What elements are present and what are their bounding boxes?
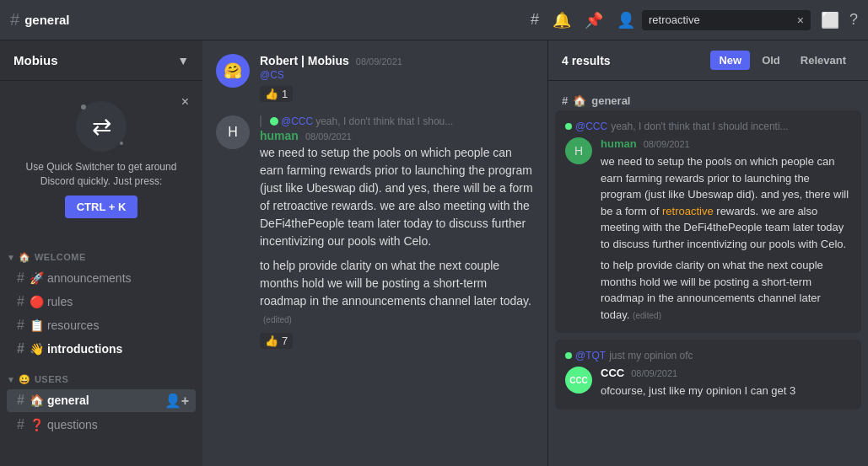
search-clear-icon[interactable]: ×: [797, 13, 804, 27]
reaction-emoji: 👍: [265, 88, 278, 100]
reply-at: @CCC: [575, 121, 607, 132]
reaction-count: 1: [282, 88, 288, 100]
filter-new[interactable]: New: [710, 51, 750, 70]
highlight-retroactive: retroactive: [662, 205, 714, 217]
sidebar-item-rules[interactable]: # 🔴 rules: [7, 291, 196, 313]
search-panel: 4 results New Old Relevant # 🏠 general @…: [547, 40, 868, 466]
threads-icon[interactable]: #: [531, 11, 539, 29]
server-header[interactable]: Mobius ▼: [0, 40, 202, 81]
search-input[interactable]: [649, 13, 797, 26]
result-item-2[interactable]: @TQT just my opinion ofc CCC CCC 08/09/2…: [555, 340, 861, 410]
msg-text-human: we need to setup the pools on which peop…: [260, 144, 534, 250]
display-icon[interactable]: ⬜: [821, 11, 839, 29]
add-channel-icon[interactable]: 👤+: [164, 393, 189, 409]
help-icon[interactable]: ?: [849, 11, 858, 29]
close-icon[interactable]: ×: [181, 94, 189, 110]
filter-old[interactable]: Old: [753, 51, 789, 70]
search-box[interactable]: ×: [642, 10, 811, 30]
green-dot: [270, 117, 278, 126]
reply-preview-text: yeah, I don't think that I should incent…: [611, 121, 788, 132]
channel-label: rules: [47, 295, 73, 308]
result-reply-preview-1: @CCC yeah, I don't think that I should i…: [565, 121, 851, 132]
hash-icon: #: [17, 270, 24, 286]
dot-br: [120, 142, 123, 145]
reply-at2: @TQT: [575, 350, 606, 362]
filter-relevant[interactable]: Relevant: [792, 51, 855, 70]
channel-name-top: general: [24, 13, 531, 27]
top-icons: # 🔔 📌 👤: [531, 11, 635, 29]
channel-label: introductions: [47, 342, 122, 356]
result-header-1: human 08/09/2021: [601, 137, 851, 150]
switcher-text: Use Quick Switcher to get around Discord…: [20, 160, 182, 189]
hash-icon: #: [17, 417, 24, 432]
arrows-icon: ⇄: [92, 113, 111, 141]
channel-label: questions: [47, 418, 98, 431]
channel-label: announcements: [47, 271, 132, 285]
results-count: 4 results: [562, 54, 611, 67]
avatar-human: H: [216, 115, 250, 149]
reaction-human[interactable]: 👍 7: [260, 333, 293, 349]
result-channel-emoji: 🏠: [573, 94, 586, 107]
channel-emoji: 👋: [30, 342, 44, 356]
reply-text: yeah, I don't think that I shou...: [315, 115, 453, 127]
sidebar-item-resources[interactable]: # 📋 resources: [7, 314, 196, 336]
edited-label: (edited): [263, 315, 292, 324]
hash-icon: #: [17, 341, 24, 356]
result-author-1: human: [601, 137, 637, 150]
section-chevron-welcome: ▼: [7, 253, 15, 262]
result-channel-name: general: [591, 94, 630, 107]
avatar-robert: 🤗: [216, 54, 250, 88]
result-avatar-1: H: [565, 137, 592, 164]
channel-emoji: ❓: [30, 418, 44, 431]
section-header-users[interactable]: ▼ 😀 USERS: [0, 361, 202, 388]
result-msg-body-1: human 08/09/2021 we need to setup the po…: [601, 137, 851, 323]
sidebar-item-introductions[interactable]: # 👋 introductions: [7, 338, 196, 360]
result-channel-label: # 🏠 general: [555, 88, 861, 110]
reply-dot: [565, 123, 572, 130]
sidebar-item-questions[interactable]: # ❓ questions: [7, 414, 196, 436]
members-icon[interactable]: 👤: [617, 11, 635, 29]
reply-preview-robert: @CS: [260, 69, 534, 81]
channel-emoji: 📋: [30, 319, 44, 332]
result-text-1: we need to setup the pools on which peop…: [601, 153, 851, 252]
notification-icon[interactable]: 🔔: [553, 11, 571, 29]
reply-preview-human: @CCC yeah, I don't think that I shou...: [260, 115, 534, 127]
result-reply-preview-2: @TQT just my opinion ofc: [565, 350, 851, 362]
channel-hash-icon: #: [10, 10, 19, 29]
result-avatar-2: CCC: [565, 367, 592, 394]
result-msg-body-2: CCC 08/09/2021 ofcourse, just like my op…: [601, 367, 795, 399]
welcome-emoji: 🏠: [19, 252, 31, 263]
main-layout: Mobius ▼ × ⇄ Use Quick Switcher to get a…: [0, 40, 868, 466]
msg-header-human: human 08/09/2021: [260, 129, 534, 142]
chat-area: 🤗 Robert | Mobius 08/09/2021 @CS 👍 1: [202, 40, 547, 466]
result-msg-row-1: H human 08/09/2021 we need to setup the …: [565, 137, 851, 323]
hash-icon: #: [17, 318, 24, 333]
reaction-emoji: 👍: [265, 335, 278, 347]
result-header-2: CCC 08/09/2021: [601, 367, 795, 379]
sidebar-item-general[interactable]: # 🏠 general 👤+: [7, 389, 196, 412]
results-filters: New Old Relevant: [710, 51, 855, 70]
reply-dot2: [565, 352, 572, 359]
result-timestamp-1: 08/09/2021: [644, 139, 690, 149]
welcome-label: WELCOME: [35, 252, 86, 262]
msg-author-human: human: [260, 129, 299, 142]
result-author-2: CCC: [601, 367, 624, 379]
shortcut-button[interactable]: CTRL + K: [65, 196, 138, 218]
switcher-icon: ⇄: [76, 101, 127, 152]
channel-emoji: 🚀: [30, 271, 44, 285]
channel-emoji: 🔴: [30, 295, 44, 308]
reply-at: @CS: [260, 69, 284, 81]
hash-icon: #: [17, 393, 24, 408]
server-name: Mobius: [13, 53, 58, 67]
msg-content-robert: Robert | Mobius 08/09/2021 @CS 👍 1: [260, 54, 534, 102]
pin-icon[interactable]: 📌: [585, 11, 603, 29]
reaction-thumbsup[interactable]: 👍 1: [260, 86, 293, 102]
messages-list: 🤗 Robert | Mobius 08/09/2021 @CS 👍 1: [202, 40, 547, 466]
server-chevron-icon: ▼: [177, 54, 189, 67]
channel-label: resources: [47, 319, 99, 332]
section-header-welcome[interactable]: ▼ 🏠 WELCOME: [0, 238, 202, 266]
result-msg-row-2: CCC CCC 08/09/2021 ofcourse, just like m…: [565, 367, 851, 399]
result-item-1[interactable]: @CCC yeah, I don't think that I should i…: [555, 110, 861, 333]
sidebar-item-announcements[interactable]: # 🚀 announcements: [7, 267, 196, 289]
reply-preview-text2: just my opinion ofc: [609, 350, 693, 362]
